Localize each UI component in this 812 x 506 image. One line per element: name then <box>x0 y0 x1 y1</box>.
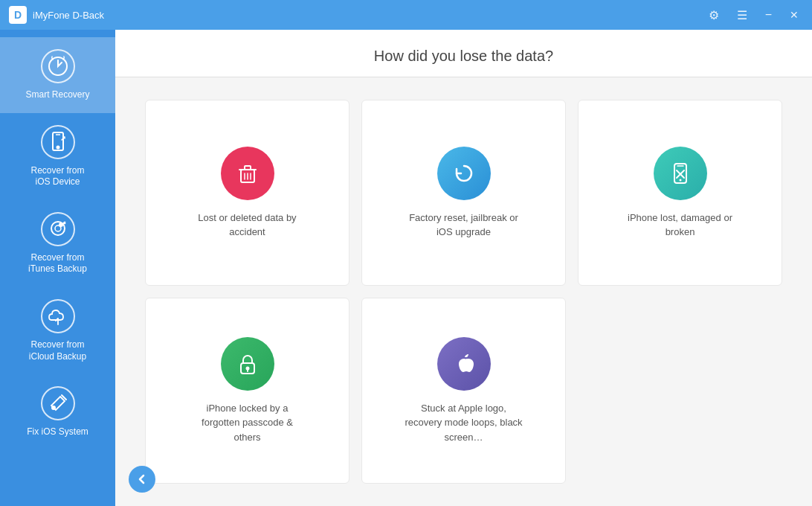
apple-logo-label: Stuck at Apple logo,recovery mode loops,… <box>405 401 522 445</box>
settings-button[interactable]: ⚙ <box>704 7 724 24</box>
locked-passcode-icon <box>221 337 274 391</box>
sidebar-item-smart-recovery[interactable]: Smart Recovery <box>0 37 115 113</box>
window-controls: ⚙ ☰ − ✕ <box>704 7 803 24</box>
svg-point-7 <box>52 406 55 409</box>
icloud-backup-icon <box>41 299 75 333</box>
svg-point-2 <box>57 146 59 148</box>
locked-passcode-label: iPhone locked by aforgotten passcode &ot… <box>202 401 293 445</box>
lost-damaged-label: iPhone lost, damaged orbroken <box>628 211 732 240</box>
deleted-accident-label: Lost or deleted data byaccident <box>198 211 296 240</box>
page-title: How did you lose the data? <box>115 48 812 65</box>
sidebar-item-icloud-backup[interactable]: Recover fromiCloud Backup <box>0 287 115 374</box>
apple-logo-icon <box>437 337 491 391</box>
factory-reset-icon <box>437 147 491 200</box>
factory-reset-label: Factory reset, jailbreak oriOS upgrade <box>409 211 518 240</box>
sidebar-item-fix-ios[interactable]: Fix iOS System <box>0 374 115 450</box>
sidebar: Smart Recovery Recover fromiOS Device <box>0 30 115 506</box>
fix-ios-icon <box>41 386 75 420</box>
ios-device-icon <box>41 125 75 159</box>
sidebar-label-smart-recovery: Smart Recovery <box>25 89 89 101</box>
option-card-deleted-accident[interactable]: Lost or deleted data byaccident <box>145 100 349 286</box>
sidebar-item-itunes-backup[interactable]: Recover fromiTunes Backup <box>0 200 115 287</box>
sidebar-label-itunes-backup: Recover fromiTunes Backup <box>28 252 87 275</box>
itunes-backup-icon <box>41 212 75 246</box>
content-header: How did you lose the data? <box>115 30 812 77</box>
close-button[interactable]: ✕ <box>785 7 803 22</box>
sidebar-label-ios-device: Recover fromiOS Device <box>30 165 84 188</box>
sidebar-label-icloud-backup: Recover fromiCloud Backup <box>29 339 86 362</box>
title-bar: D iMyFone D-Back ⚙ ☰ − ✕ <box>0 0 812 30</box>
option-card-locked-passcode[interactable]: iPhone locked by aforgotten passcode &ot… <box>145 298 349 484</box>
sidebar-item-ios-device[interactable]: Recover fromiOS Device <box>0 113 115 200</box>
menu-button[interactable]: ☰ <box>732 7 752 24</box>
main-layout: Smart Recovery Recover fromiOS Device <box>0 30 812 506</box>
content-area: How did you lose the data? Lost or delet… <box>115 30 812 506</box>
option-card-factory-reset[interactable]: Factory reset, jailbreak oriOS upgrade <box>361 100 566 286</box>
options-grid: Lost or deleted data byaccident Factory … <box>115 77 812 506</box>
app-logo: D <box>9 6 27 24</box>
app-name: iMyFone D-Back <box>33 10 704 21</box>
option-card-apple-logo[interactable]: Stuck at Apple logo,recovery mode loops,… <box>361 298 566 484</box>
deleted-accident-icon <box>221 147 274 200</box>
svg-point-16 <box>679 179 681 181</box>
option-card-lost-damaged[interactable]: iPhone lost, damaged orbroken <box>578 100 782 286</box>
svg-rect-10 <box>245 166 251 170</box>
lost-damaged-icon <box>654 147 707 200</box>
minimize-button[interactable]: − <box>761 7 776 23</box>
smart-recovery-icon <box>41 49 75 83</box>
back-button[interactable] <box>129 466 155 493</box>
sidebar-label-fix-ios: Fix iOS System <box>27 426 88 438</box>
